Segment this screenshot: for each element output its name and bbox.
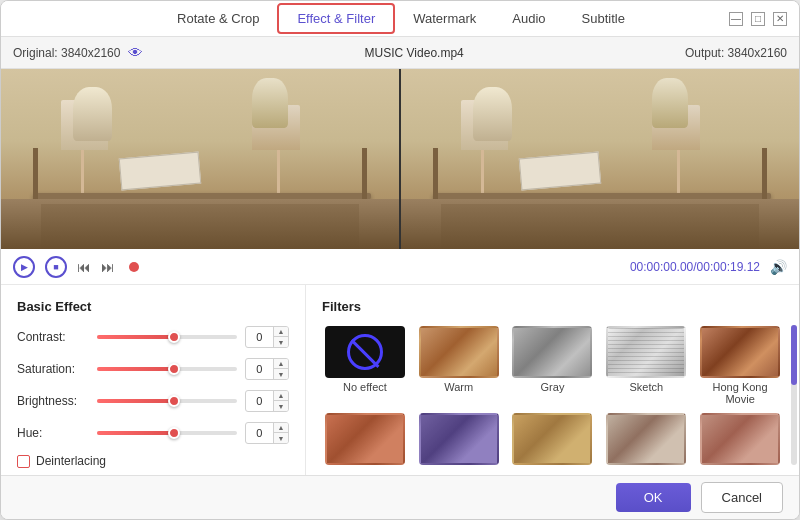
saturation-value: 0 xyxy=(246,361,273,377)
filter-no-effect-label: No effect xyxy=(343,381,387,393)
filter-warm[interactable]: Warm xyxy=(416,326,502,405)
main-window: Rotate & Crop Effect & Filter Watermark … xyxy=(0,0,800,520)
saturation-row: Saturation: 0 ▲ ▼ xyxy=(17,358,289,380)
filter-row2-1-thumb xyxy=(325,413,405,465)
prev-frame-button[interactable]: ⏮ xyxy=(77,259,91,275)
time-display: 00:00:00.00/00:00:19.12 xyxy=(630,260,760,274)
filter-hongkong[interactable]: Hong Kong Movie xyxy=(697,326,783,405)
filter-row2-2[interactable] xyxy=(416,413,502,468)
saturation-arrows[interactable]: ▲ ▼ xyxy=(273,359,288,379)
contrast-label: Contrast: xyxy=(17,330,89,344)
deinterlacing-row: Deinterlacing xyxy=(17,454,289,468)
filters-title: Filters xyxy=(322,299,783,314)
deinterlacing-checkbox[interactable] xyxy=(17,455,30,468)
filter-row2-5[interactable] xyxy=(697,413,783,468)
filter-no-effect[interactable]: No effect xyxy=(322,326,408,405)
hue-arrows[interactable]: ▲ ▼ xyxy=(273,423,288,443)
saturation-slider[interactable] xyxy=(97,367,237,371)
maximize-button[interactable]: □ xyxy=(751,12,765,26)
filter-warm-label: Warm xyxy=(444,381,473,393)
window-controls: — □ ✕ xyxy=(729,12,787,26)
saturation-down[interactable]: ▼ xyxy=(274,369,288,379)
saturation-up[interactable]: ▲ xyxy=(274,359,288,369)
contrast-spinner[interactable]: 0 ▲ ▼ xyxy=(245,326,289,348)
scroll-thumb[interactable] xyxy=(791,325,797,385)
cancel-button[interactable]: Cancel xyxy=(701,482,783,513)
video-panel-left xyxy=(1,69,399,249)
filter-row2-1[interactable] xyxy=(322,413,408,468)
brightness-down[interactable]: ▼ xyxy=(274,401,288,411)
filter-row2-5-thumb xyxy=(700,413,780,465)
filename: MUSIC Video.mp4 xyxy=(151,46,676,60)
filter-row2-3-thumb xyxy=(512,413,592,465)
ok-button[interactable]: OK xyxy=(616,483,691,512)
original-resolution: Original: 3840x2160 xyxy=(13,46,120,60)
next-frame-button[interactable]: ⏭ xyxy=(101,259,115,275)
saturation-label: Saturation: xyxy=(17,362,89,376)
hue-spinner[interactable]: 0 ▲ ▼ xyxy=(245,422,289,444)
output-resolution: Output: 3840x2160 xyxy=(685,46,787,60)
video-scene-right xyxy=(401,69,799,249)
filter-hongkong-thumb xyxy=(700,326,780,378)
title-bar: Rotate & Crop Effect & Filter Watermark … xyxy=(1,1,799,37)
tab-rotate[interactable]: Rotate & Crop xyxy=(159,5,277,32)
filter-warm-thumb xyxy=(419,326,499,378)
filter-row2-2-thumb xyxy=(419,413,499,465)
volume-icon[interactable]: 🔊 xyxy=(770,259,787,275)
hue-label: Hue: xyxy=(17,426,89,440)
filter-no-effect-thumb xyxy=(325,326,405,378)
tab-audio[interactable]: Audio xyxy=(494,5,563,32)
scroll-bar[interactable] xyxy=(791,325,797,465)
minimize-button[interactable]: — xyxy=(729,12,743,26)
hue-row: Hue: 0 ▲ ▼ xyxy=(17,422,289,444)
info-bar: Original: 3840x2160 👁 MUSIC Video.mp4 Ou… xyxy=(1,37,799,69)
basic-effect-panel: Basic Effect Contrast: 0 ▲ ▼ Satu xyxy=(1,285,306,475)
filter-row2-4-thumb xyxy=(606,413,686,465)
tab-effect[interactable]: Effect & Filter xyxy=(277,3,395,34)
brightness-up[interactable]: ▲ xyxy=(274,391,288,401)
contrast-up[interactable]: ▲ xyxy=(274,327,288,337)
play-button[interactable]: ▶ xyxy=(13,256,35,278)
saturation-spinner[interactable]: 0 ▲ ▼ xyxy=(245,358,289,380)
close-button[interactable]: ✕ xyxy=(773,12,787,26)
brightness-row: Brightness: 0 ▲ ▼ xyxy=(17,390,289,412)
video-preview-area xyxy=(1,69,799,249)
brightness-spinner[interactable]: 0 ▲ ▼ xyxy=(245,390,289,412)
filter-hongkong-label: Hong Kong Movie xyxy=(697,381,783,405)
contrast-value: 0 xyxy=(246,329,273,345)
hue-down[interactable]: ▼ xyxy=(274,433,288,443)
brightness-value: 0 xyxy=(246,393,273,409)
filter-sketch-label: Sketch xyxy=(629,381,663,393)
contrast-arrows[interactable]: ▲ ▼ xyxy=(273,327,288,347)
video-panel-right xyxy=(399,69,799,249)
filter-gray-thumb xyxy=(512,326,592,378)
filter-row2-4[interactable] xyxy=(603,413,689,468)
brightness-slider[interactable] xyxy=(97,399,237,403)
filters-panel: Filters No effect Warm Gray xyxy=(306,285,799,475)
tab-watermark[interactable]: Watermark xyxy=(395,5,494,32)
hue-up[interactable]: ▲ xyxy=(274,423,288,433)
progress-indicator[interactable] xyxy=(129,262,139,272)
main-content: Basic Effect Contrast: 0 ▲ ▼ Satu xyxy=(1,285,799,475)
deinterlacing-label: Deinterlacing xyxy=(36,454,106,468)
hue-slider[interactable] xyxy=(97,431,237,435)
eye-icon[interactable]: 👁 xyxy=(128,44,143,61)
filters-grid: No effect Warm Gray Sketch xyxy=(322,326,783,468)
filter-gray[interactable]: Gray xyxy=(510,326,596,405)
footer: OK Cancel xyxy=(1,475,799,519)
hue-value: 0 xyxy=(246,425,273,441)
filter-sketch-thumb xyxy=(606,326,686,378)
tab-subtitle[interactable]: Subtitle xyxy=(564,5,643,32)
brightness-label: Brightness: xyxy=(17,394,89,408)
contrast-row: Contrast: 0 ▲ ▼ xyxy=(17,326,289,348)
filter-gray-label: Gray xyxy=(541,381,565,393)
stop-button[interactable]: ■ xyxy=(45,256,67,278)
tab-bar: Rotate & Crop Effect & Filter Watermark … xyxy=(73,3,729,34)
basic-effect-title: Basic Effect xyxy=(17,299,289,314)
filter-sketch[interactable]: Sketch xyxy=(603,326,689,405)
no-effect-icon xyxy=(347,334,383,370)
filter-row2-3[interactable] xyxy=(510,413,596,468)
brightness-arrows[interactable]: ▲ ▼ xyxy=(273,391,288,411)
contrast-down[interactable]: ▼ xyxy=(274,337,288,347)
contrast-slider[interactable] xyxy=(97,335,237,339)
